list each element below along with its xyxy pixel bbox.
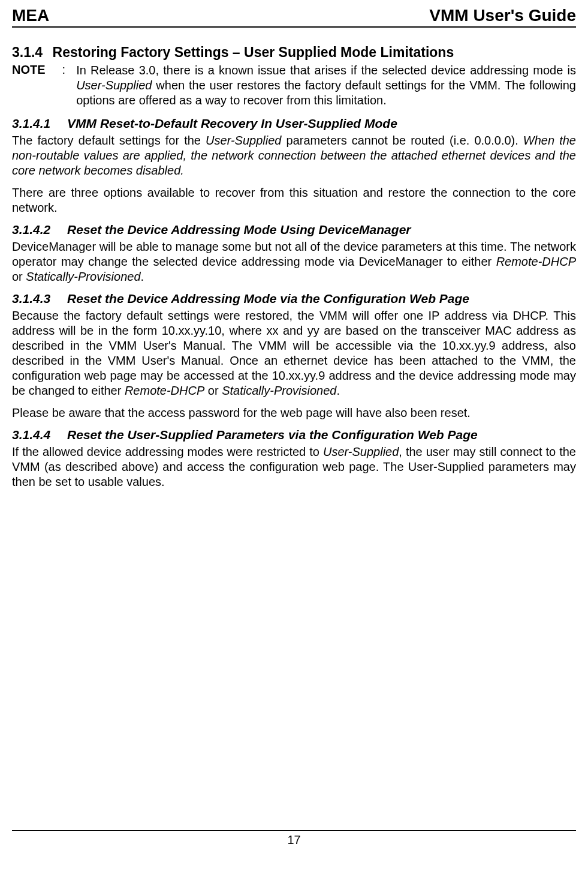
sub3-p1-italic2: Statically-Provisioned — [222, 384, 336, 397]
subsection-3-p1: Because the factory default settings wer… — [12, 308, 576, 398]
subsection-3-heading: 3.1.4.3 Reset the Device Addressing Mode… — [12, 292, 576, 306]
sub2-p1-italic1: Remote-DHCP — [496, 255, 576, 268]
sub2-p1-post: . — [141, 270, 144, 283]
sub3-p1-post: . — [336, 384, 340, 397]
subsection-4-heading: 3.1.4.4 Reset the User-Supplied Paramete… — [12, 428, 576, 442]
sub1-p1-italic1: User-Supplied — [206, 134, 281, 147]
document-header: MEA VMM User's Guide — [12, 6, 576, 28]
sub2-p1-mid: or — [12, 270, 26, 283]
section-number: 3.1.4 — [12, 44, 43, 61]
sub2-p1-italic2: Statically-Provisioned — [26, 270, 140, 283]
header-left-title: MEA — [12, 6, 49, 25]
sub4-p1-pre: If the allowed device addressing modes w… — [12, 445, 323, 458]
subsection-2-title: Reset the Device Addressing Mode Using D… — [67, 223, 411, 236]
subsection-1-heading: 3.1.4.1 VMM Reset-to-Default Recovery In… — [12, 116, 576, 131]
sub3-p1-italic1: Remote-DHCP — [125, 384, 204, 397]
subsection-1-p2: There are three options available to rec… — [12, 185, 576, 215]
sub4-p1-italic: User-Supplied — [323, 445, 399, 458]
footer-divider — [12, 830, 576, 831]
section-heading: 3.1.4 Restoring Factory Settings – User … — [12, 44, 576, 61]
sub2-p1-pre: DeviceManager will be able to manage som… — [12, 240, 576, 268]
note-label: NOTE — [12, 63, 62, 76]
note-text: In Release 3.0, there is a known issue t… — [65, 63, 576, 108]
subsection-1-p1: The factory default settings for the Use… — [12, 133, 576, 178]
note-block: NOTE: In Release 3.0, there is a known i… — [12, 63, 576, 108]
sub3-p1-mid: or — [204, 384, 222, 397]
note-label-wrap: NOTE: — [12, 63, 65, 108]
note-text-italic: User-Supplied — [76, 79, 152, 92]
subsection-3-number: 3.1.4.3 — [12, 292, 50, 306]
subsection-2-heading: 3.1.4.2 Reset the Device Addressing Mode… — [12, 223, 576, 237]
subsection-3-p2: Please be aware that the access password… — [12, 406, 576, 421]
subsection-2-p1: DeviceManager will be able to manage som… — [12, 239, 576, 284]
header-right-title: VMM User's Guide — [429, 6, 576, 25]
page-footer: 17 — [12, 830, 576, 847]
sub1-p1-pre: The factory default settings for the — [12, 134, 206, 147]
subsection-1-title: VMM Reset-to-Default Recovery In User-Su… — [67, 116, 397, 130]
subsection-4-number: 3.1.4.4 — [12, 428, 50, 442]
sub1-p1-mid: parameters cannot be routed (i.e. 0.0.0.… — [281, 134, 523, 147]
page-number: 17 — [12, 833, 576, 847]
subsection-4-title: Reset the User-Supplied Parameters via t… — [67, 428, 478, 442]
subsection-4-p1: If the allowed device addressing modes w… — [12, 444, 576, 489]
subsection-1-number: 3.1.4.1 — [12, 116, 50, 131]
section-title: Restoring Factory Settings – User Suppli… — [53, 44, 454, 60]
subsection-3-title: Reset the Device Addressing Mode via the… — [67, 292, 469, 305]
subsection-2-number: 3.1.4.2 — [12, 223, 50, 237]
note-text-pre: In Release 3.0, there is a known issue t… — [76, 64, 576, 77]
